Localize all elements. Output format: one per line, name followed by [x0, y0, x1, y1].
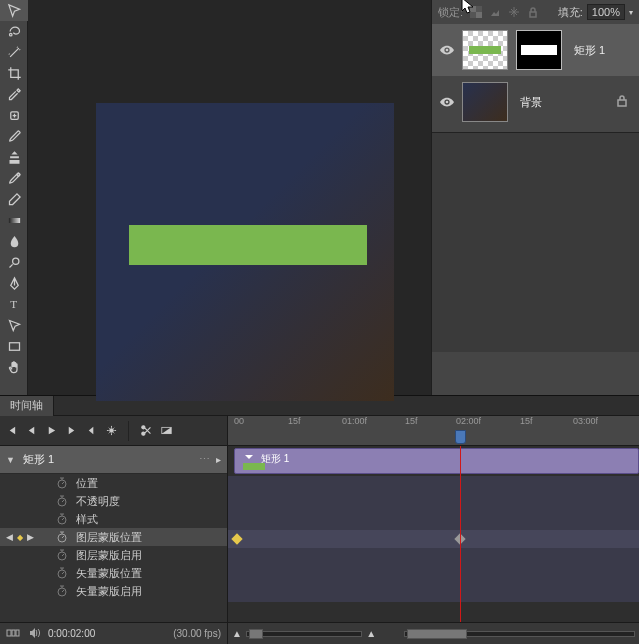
eyedropper-tool[interactable] — [0, 84, 28, 105]
track-position[interactable] — [228, 476, 639, 494]
track-mask-position[interactable] — [228, 530, 639, 548]
type-tool[interactable]: T — [0, 294, 28, 315]
timeline-track-view[interactable]: 00 15f 01:00f 15f 02:00f 15f 03:00f 矩形 1 — [228, 416, 639, 644]
hand-tool[interactable] — [0, 357, 28, 378]
track-mask-enable[interactable] — [228, 548, 639, 566]
lock-position-icon[interactable] — [505, 3, 523, 21]
layer-name[interactable]: 背景 — [520, 95, 542, 110]
visibility-icon[interactable] — [440, 45, 454, 55]
prop-vector-mask-position[interactable]: 矢量蒙版位置 — [0, 564, 227, 582]
layer-row-shape-1[interactable]: 矩形 1 — [432, 24, 639, 76]
timeline-tracks[interactable]: 矩形 1 — [228, 446, 639, 622]
split-button[interactable] — [139, 424, 153, 438]
settings-button[interactable] — [104, 424, 118, 438]
time-ruler[interactable]: 00 15f 01:00f 15f 02:00f 15f 03:00f — [228, 416, 639, 446]
dodge-tool[interactable] — [0, 252, 28, 273]
layer-options-icon[interactable]: ⋯ — [199, 453, 216, 466]
layer-thumbnail[interactable] — [462, 82, 508, 122]
timeline-status-bar: 0:00:02:00 (30.00 fps) — [0, 622, 227, 644]
layers-panel-header: 锁定: 填充: 100% ▾ — [432, 0, 639, 24]
svg-point-11 — [446, 49, 449, 52]
move-tool[interactable] — [0, 0, 28, 21]
lock-label: 锁定: — [438, 5, 463, 20]
collapse-icon[interactable]: ▼ — [6, 455, 15, 465]
prop-style[interactable]: 样式 — [0, 510, 227, 528]
timeline-tab[interactable]: 时间轴 — [0, 396, 54, 416]
timeline-layer-list: ▼ 矩形 1 ⋯ ▸ 位置 不透明度 样式 — [0, 416, 228, 644]
track-vector-mask-enable[interactable] — [228, 584, 639, 602]
svg-rect-3 — [8, 218, 19, 223]
current-time[interactable]: 0:00:02:00 — [48, 628, 95, 639]
prop-opacity[interactable]: 不透明度 — [0, 492, 227, 510]
keyframe[interactable] — [231, 533, 242, 544]
play-button[interactable] — [44, 424, 58, 438]
keyframe[interactable] — [454, 533, 465, 544]
stopwatch-icon[interactable] — [56, 549, 68, 561]
clone-stamp-tool[interactable] — [0, 147, 28, 168]
layer-mask-thumbnail[interactable] — [516, 30, 562, 70]
svg-rect-25 — [7, 630, 11, 636]
next-kf-icon[interactable]: ▶ — [27, 532, 34, 542]
playback-controls — [0, 416, 227, 446]
stopwatch-icon[interactable] — [56, 477, 68, 489]
next-frame-button[interactable] — [64, 424, 78, 438]
brush-tool[interactable] — [0, 126, 28, 147]
stopwatch-icon[interactable] — [56, 531, 68, 543]
layer-menu-icon[interactable]: ▸ — [216, 454, 221, 465]
path-selection-tool[interactable] — [0, 315, 28, 336]
blur-tool[interactable] — [0, 231, 28, 252]
gradient-tool[interactable] — [0, 210, 28, 231]
track-vector-mask-position[interactable] — [228, 566, 639, 584]
fill-dropdown-icon[interactable]: ▾ — [629, 8, 633, 17]
lock-all-icon[interactable] — [524, 3, 542, 21]
stopwatch-icon[interactable] — [56, 585, 68, 597]
scroll-bar[interactable] — [404, 631, 635, 637]
layer-thumbnail[interactable] — [462, 30, 508, 70]
magic-wand-tool[interactable] — [0, 42, 28, 63]
playhead[interactable] — [455, 430, 466, 444]
frame-convert-icon[interactable] — [6, 627, 20, 641]
prop-mask-position[interactable]: ◀ ◆ ▶ 图层蒙版位置 — [0, 528, 227, 546]
stopwatch-icon[interactable] — [56, 513, 68, 525]
zoom-slider[interactable] — [246, 631, 362, 637]
prop-mask-enable[interactable]: 图层蒙版启用 — [0, 546, 227, 564]
layer-row-background[interactable]: 背景 — [432, 76, 639, 128]
svg-rect-8 — [470, 6, 476, 12]
lock-transparent-icon[interactable] — [467, 3, 485, 21]
healing-brush-tool[interactable] — [0, 105, 28, 126]
prev-kf-icon[interactable]: ◀ — [6, 532, 13, 542]
expand-icon[interactable] — [243, 451, 255, 463]
audio-icon[interactable] — [28, 627, 40, 641]
timeline-zoom-bar: ▲ ▲ — [228, 622, 639, 644]
visibility-icon[interactable] — [440, 97, 454, 107]
crop-tool[interactable] — [0, 63, 28, 84]
transition-button[interactable] — [159, 424, 173, 438]
prop-position[interactable]: 位置 — [0, 474, 227, 492]
stopwatch-icon[interactable] — [56, 567, 68, 579]
layers-panel-empty — [432, 132, 639, 352]
layer-name[interactable]: 矩形 1 — [574, 43, 605, 58]
eraser-tool[interactable] — [0, 189, 28, 210]
lock-image-icon[interactable] — [486, 3, 504, 21]
pen-tool[interactable] — [0, 273, 28, 294]
document-canvas[interactable] — [96, 103, 394, 401]
add-kf-icon[interactable]: ◆ — [17, 533, 23, 542]
shape-rectangle-1[interactable] — [129, 225, 367, 265]
timeline-layer-header[interactable]: ▼ 矩形 1 ⋯ ▸ — [0, 446, 227, 474]
svg-point-16 — [141, 432, 144, 435]
prev-keyframe-button[interactable] — [84, 424, 98, 438]
history-brush-tool[interactable] — [0, 168, 28, 189]
prev-frame-button[interactable] — [24, 424, 38, 438]
canvas-area[interactable] — [28, 0, 431, 395]
zoom-out-icon[interactable]: ▲ — [232, 628, 242, 639]
track-style[interactable] — [228, 512, 639, 530]
prop-vector-mask-enable[interactable]: 矢量蒙版启用 — [0, 582, 227, 600]
layer-clip[interactable]: 矩形 1 — [234, 448, 639, 474]
first-frame-button[interactable] — [4, 424, 18, 438]
track-opacity[interactable] — [228, 494, 639, 512]
rectangle-tool[interactable] — [0, 336, 28, 357]
lasso-tool[interactable] — [0, 21, 28, 42]
zoom-in-icon[interactable]: ▲ — [366, 628, 376, 639]
stopwatch-icon[interactable] — [56, 495, 68, 507]
fill-value[interactable]: 100% — [587, 4, 625, 20]
